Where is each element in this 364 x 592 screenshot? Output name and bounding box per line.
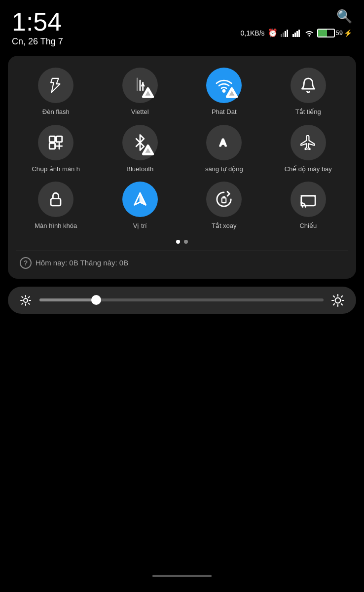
qs-label-che-do-may-bay: Chế độ máy bay bbox=[285, 165, 332, 173]
qs-icon-bluetooth bbox=[122, 125, 158, 160]
svg-marker-11 bbox=[143, 88, 152, 97]
question-icon: ? bbox=[20, 257, 32, 269]
qs-icon-sang-tu-dong: A bbox=[206, 125, 242, 160]
dot-2 bbox=[184, 240, 188, 244]
qs-label-chieu: Chiếu bbox=[299, 222, 317, 230]
qs-item-sang-tu-dong[interactable]: Asáng tự động bbox=[184, 125, 264, 173]
data-usage-text: Hôm nay: 0B Tháng này: 0B bbox=[36, 259, 128, 267]
status-right: 🔍 0,1KB/s ⏰ bbox=[241, 9, 353, 37]
status-icons: 0,1KB/s ⏰ bbox=[241, 28, 353, 37]
quick-settings-grid: Đèn flashViettelPhat DatTắt tiếngChụp ản… bbox=[16, 68, 348, 230]
qs-icon-phat-dat bbox=[206, 68, 242, 103]
dropdown-arrow bbox=[140, 85, 156, 102]
svg-marker-23 bbox=[140, 193, 146, 205]
brightness-control[interactable] bbox=[8, 287, 356, 314]
svg-line-43 bbox=[333, 296, 334, 297]
qs-item-tat-xoay[interactable]: Tắt xoay bbox=[184, 182, 264, 230]
svg-point-29 bbox=[24, 298, 28, 302]
network-speed: 0,1KB/s bbox=[241, 29, 265, 37]
brightness-thumb bbox=[91, 295, 101, 305]
qs-item-chup-anh[interactable]: Chụp ảnh màn h bbox=[16, 125, 96, 173]
qs-item-den-flash[interactable]: Đèn flash bbox=[16, 68, 96, 116]
qs-label-tat-tieng: Tắt tiếng bbox=[295, 108, 321, 116]
qs-item-chieu[interactable]: Chiếu bbox=[268, 182, 349, 230]
dot-1 bbox=[176, 240, 180, 244]
svg-line-35 bbox=[29, 303, 30, 304]
alarm-icon: ⏰ bbox=[268, 28, 278, 37]
svg-line-34 bbox=[22, 296, 23, 297]
qs-label-bluetooth: Bluetooth bbox=[126, 165, 153, 173]
qs-label-sang-tu-dong: sáng tự động bbox=[205, 165, 243, 173]
battery-percent: 59 bbox=[336, 29, 343, 37]
qs-label-man-hinh-khoa: Màn hình khóa bbox=[35, 222, 77, 230]
status-time: 1:54 bbox=[12, 9, 63, 35]
svg-line-36 bbox=[29, 296, 30, 297]
svg-line-44 bbox=[341, 304, 342, 305]
qs-icon-vi-tri bbox=[122, 182, 158, 217]
signal2-icon bbox=[292, 29, 301, 37]
search-icon[interactable]: 🔍 bbox=[336, 9, 352, 24]
qs-icon-den-flash bbox=[38, 68, 73, 103]
svg-rect-24 bbox=[222, 198, 226, 203]
svg-rect-6 bbox=[296, 31, 298, 37]
qs-icon-tat-xoay bbox=[206, 182, 242, 217]
brightness-low-icon bbox=[20, 294, 32, 306]
qs-label-den-flash: Đèn flash bbox=[42, 108, 70, 116]
wifi-status-icon bbox=[304, 29, 314, 37]
qs-item-man-hinh-khoa[interactable]: Màn hình khóa bbox=[16, 182, 96, 230]
svg-rect-2 bbox=[285, 31, 286, 37]
svg-rect-1 bbox=[283, 33, 284, 37]
svg-marker-13 bbox=[227, 88, 237, 97]
svg-rect-7 bbox=[298, 30, 300, 37]
svg-rect-14 bbox=[50, 136, 55, 142]
svg-text:A: A bbox=[220, 137, 227, 148]
qs-label-vi-tri: Vị trí bbox=[133, 222, 147, 230]
quick-settings-panel: Đèn flashViettelPhat DatTắt tiếngChụp ản… bbox=[8, 56, 356, 279]
qs-icon-viettel bbox=[122, 68, 158, 103]
svg-rect-21 bbox=[51, 199, 61, 206]
brightness-fill bbox=[39, 298, 96, 301]
qs-icon-man-hinh-khoa bbox=[38, 182, 73, 217]
home-indicator bbox=[152, 575, 212, 577]
qs-item-bluetooth[interactable]: Bluetooth bbox=[100, 125, 181, 173]
page-dots bbox=[16, 240, 348, 244]
qs-item-viettel[interactable]: Viettel bbox=[100, 68, 181, 116]
brightness-high-icon bbox=[331, 294, 344, 307]
qs-label-phat-dat: Phat Dat bbox=[212, 108, 237, 116]
svg-rect-5 bbox=[294, 33, 296, 37]
svg-line-37 bbox=[22, 303, 23, 304]
qs-item-tat-tieng[interactable]: Tắt tiếng bbox=[268, 68, 349, 116]
svg-marker-19 bbox=[143, 146, 152, 154]
qs-label-tat-xoay: Tắt xoay bbox=[212, 222, 237, 230]
status-bar: 1:54 Cn, 26 Thg 7 🔍 0,1KB/s ⏰ bbox=[0, 0, 364, 50]
svg-point-38 bbox=[335, 298, 341, 303]
svg-line-46 bbox=[333, 304, 334, 305]
svg-rect-15 bbox=[57, 136, 62, 142]
dropdown-arrow bbox=[223, 85, 240, 102]
qs-item-phat-dat[interactable]: Phat Dat bbox=[184, 68, 264, 116]
qs-icon-che-do-may-bay bbox=[291, 125, 326, 160]
svg-rect-3 bbox=[287, 30, 288, 37]
brightness-slider[interactable] bbox=[39, 298, 324, 301]
status-date: Cn, 26 Thg 7 bbox=[12, 37, 63, 47]
battery-icon: 59 ⚡ bbox=[317, 29, 352, 37]
qs-label-chup-anh: Chụp ảnh màn h bbox=[32, 165, 80, 173]
qs-icon-tat-tieng bbox=[291, 68, 326, 103]
qs-item-che-do-may-bay[interactable]: Chế độ máy bay bbox=[268, 125, 349, 173]
svg-rect-4 bbox=[292, 34, 294, 37]
qs-item-vi-tri[interactable]: Vị trí bbox=[100, 182, 181, 230]
dropdown-arrow bbox=[140, 142, 156, 159]
qs-icon-chieu bbox=[291, 182, 326, 217]
status-left: 1:54 Cn, 26 Thg 7 bbox=[12, 9, 63, 47]
signal-icon bbox=[281, 29, 290, 37]
data-usage: ? Hôm nay: 0B Tháng này: 0B bbox=[16, 251, 348, 271]
qs-label-viettel: Viettel bbox=[131, 108, 149, 116]
svg-line-45 bbox=[341, 296, 342, 297]
svg-rect-0 bbox=[281, 34, 282, 37]
qs-icon-chup-anh bbox=[38, 125, 73, 160]
svg-rect-16 bbox=[50, 143, 55, 148]
